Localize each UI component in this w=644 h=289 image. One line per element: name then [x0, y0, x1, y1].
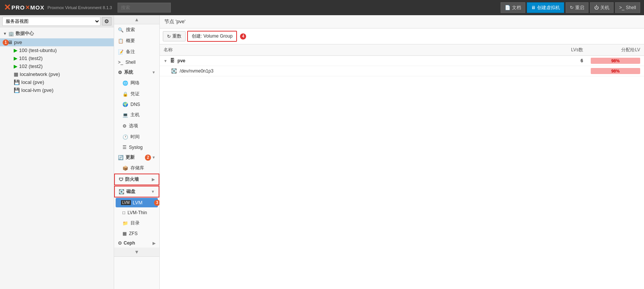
updates-expand-icon: ▼ [152, 155, 156, 160]
nav-search[interactable]: 🔍 搜索 [114, 24, 159, 35]
nav-syslog[interactable]: ☰ Syslog [114, 142, 159, 152]
nav-lvm[interactable]: LVM LVM 3 [116, 198, 158, 207]
pve-lvs-cell: 6 [557, 56, 587, 66]
datacenter-expand-icon: ▼ [3, 32, 7, 36]
device-name-cell: 💽 /dev/nvme0n1p3 [160, 66, 557, 76]
tree-pve-label: pve [14, 39, 22, 45]
top-bar: ✕ PRO✕MOX Proxmox Virtual Environment 8.… [0, 0, 644, 15]
repo-icon: 📦 [122, 166, 128, 171]
lvm-icon: LVM [121, 200, 131, 205]
nav-repositories[interactable]: 📦 存储库 [114, 163, 159, 174]
create-vm-icon: 🖥 [531, 5, 536, 10]
logo-x: ✕ [4, 3, 11, 13]
tree-item-localnetwork[interactable]: ▦ localnetwork (pve) [0, 70, 114, 78]
doc-button[interactable]: 📄 文档 [501, 2, 525, 13]
nav-ceph-header[interactable]: ⊙ Ceph ▶ [114, 238, 159, 248]
options-icon: ⚙ [122, 123, 127, 129]
certs-icon: 🔒 [122, 92, 128, 97]
system-expand-icon: ▼ [152, 70, 156, 74]
nav-shell[interactable]: >_ Shell [114, 57, 159, 67]
restart-icon: ↻ [570, 5, 574, 10]
nav-lvm-thin[interactable]: □ LVM-Thin [114, 208, 159, 218]
nav-updates-header[interactable]: 🔄 更新 2 ▼ [114, 152, 159, 163]
create-vg-button[interactable]: 创建: Volume Group [187, 31, 237, 42]
storage-icon-local: 💾 [14, 79, 20, 85]
shell-button[interactable]: >_ Shell [615, 2, 640, 13]
nav-options[interactable]: ⚙ 选项 [114, 120, 159, 131]
logo: ✕ PRO✕MOX Proxmox Virtual Environment 8.… [4, 3, 112, 13]
logo-version: Proxmox Virtual Environment 8.1.3 [48, 5, 112, 10]
summary-nav-icon: 📋 [118, 38, 124, 44]
syslog-icon: ☰ [122, 145, 127, 150]
lvm-badge: 3 [154, 200, 160, 206]
search-input[interactable] [118, 3, 171, 13]
pve-badge: 1 [3, 39, 9, 46]
nav-scroll-up[interactable]: ▲ [114, 15, 159, 24]
nav-time[interactable]: 🕐 时间 [114, 131, 159, 142]
tree-item-100[interactable]: ▶ 100 (test-ubuntu) [0, 46, 114, 54]
network-icon-localnetwork: ▦ [14, 71, 18, 77]
shutdown-button[interactable]: ⏻ 关机 [590, 2, 614, 13]
vm-icon-101: ▶ [14, 55, 17, 61]
disk-icon: 💽 [171, 68, 177, 74]
main-content: 节点 'pve' ↻ 重数 创建: Volume Group 4 名称 LVs数… [160, 15, 644, 289]
reload-icon: ↻ [167, 34, 171, 39]
middle-nav: ▲ 🔍 搜索 📋 概要 📝 备注 >_ Shell ⚙ 系统 ▼ 🌐 网络 🔒 [114, 15, 160, 289]
nav-hosts[interactable]: 💻 主机 [114, 109, 159, 120]
top-right-buttons: 📄 文档 🖥 创建虚拟机 ↻ 重启 ⏻ 关机 >_ Shell [501, 2, 640, 13]
nav-scroll-down[interactable]: ▼ [114, 248, 159, 257]
tree-101-label: 101 (test2) [19, 55, 43, 61]
notes-nav-icon: 📝 [118, 49, 124, 55]
updates-icon: 🔄 [118, 155, 124, 160]
gear-button[interactable]: ⚙ [102, 17, 111, 25]
table-row-pve[interactable]: ▼ 🗄 pve 6 98% [160, 56, 644, 66]
network-icon: 🌐 [122, 81, 128, 86]
pve-name-cell: ▼ 🗄 pve [160, 56, 557, 66]
nav-notes[interactable]: 📝 备注 [114, 46, 159, 57]
nav-dns[interactable]: 🌍 DNS [114, 99, 159, 109]
system-icon: ⚙ [118, 70, 122, 75]
logo-brand: PRO✕MOX [11, 4, 45, 11]
tree-item-102[interactable]: ▶ 102 (test2) [0, 62, 114, 70]
lvm-table: 名称 LVs数 分配给LV ▼ 🗄 pve 6 [160, 44, 644, 76]
hosts-icon: 💻 [122, 112, 128, 118]
restart-button[interactable]: ↻ 重启 [566, 2, 588, 13]
server-view-select[interactable]: 服务器视图 [2, 17, 100, 26]
search-nav-icon: 🔍 [118, 27, 124, 33]
zfs-icon: ▦ [122, 231, 127, 236]
directory-icon: 📁 [122, 221, 128, 226]
ceph-icon: ⊙ [118, 240, 122, 246]
vm-icon-100: ▶ [14, 47, 17, 53]
pve-allocated-cell: 98% [587, 56, 644, 66]
datacenter-header[interactable]: ▼ 🏢 数据中心 [0, 29, 114, 38]
dns-icon: 🌍 [122, 102, 128, 107]
nav-network[interactable]: 🌐 网络 [114, 77, 159, 88]
nav-system-header[interactable]: ⚙ 系统 ▼ [114, 67, 159, 77]
toolbar: ↻ 重数 创建: Volume Group 4 [160, 28, 644, 44]
tree-item-101[interactable]: ▶ 101 (test2) [0, 54, 114, 62]
nav-directory[interactable]: 📁 目录 [114, 218, 159, 229]
tree-item-local-lvm[interactable]: 💾 local-lvm (pve) [0, 86, 114, 94]
nav-summary[interactable]: 📋 概要 [114, 35, 159, 46]
tree-100-label: 100 (test-ubuntu) [19, 47, 57, 53]
tree-localnetwork-label: localnetwork (pve) [20, 71, 60, 77]
left-sidebar: 服务器视图 ⚙ ▼ 🏢 数据中心 🖥 pve 1 ▶ 100 (test-ubu… [0, 15, 114, 289]
reload-button[interactable]: ↻ 重数 [163, 31, 186, 41]
tree-102-label: 102 (test2) [19, 63, 43, 69]
tree-item-local[interactable]: 💾 local (pve) [0, 78, 114, 86]
create-vm-button[interactable]: 🖥 创建虚拟机 [527, 2, 564, 13]
tree-item-pve[interactable]: 🖥 pve 1 [0, 38, 114, 46]
nav-disks-header[interactable]: 💽 磁盘 ▼ [114, 186, 159, 197]
row-expand-icon: ▼ [164, 59, 167, 63]
col-allocated: 分配给LV [587, 44, 644, 56]
server-view-bar: 服务器视图 ⚙ [0, 15, 114, 27]
lvm-thin-icon: □ [122, 210, 125, 215]
table-row-device[interactable]: 💽 /dev/nvme0n1p3 98% [160, 66, 644, 76]
content-header: 节点 'pve' [160, 15, 644, 28]
power-icon: ⏻ [594, 5, 599, 10]
nav-zfs[interactable]: ▦ ZFS [114, 229, 159, 238]
disks-expand-icon: ▼ [151, 190, 155, 194]
nav-firewall-header[interactable]: 🛡 防火墙 ▶ [114, 174, 159, 185]
doc-icon: 📄 [505, 5, 510, 10]
nav-certs[interactable]: 🔒 凭证 [114, 88, 159, 99]
